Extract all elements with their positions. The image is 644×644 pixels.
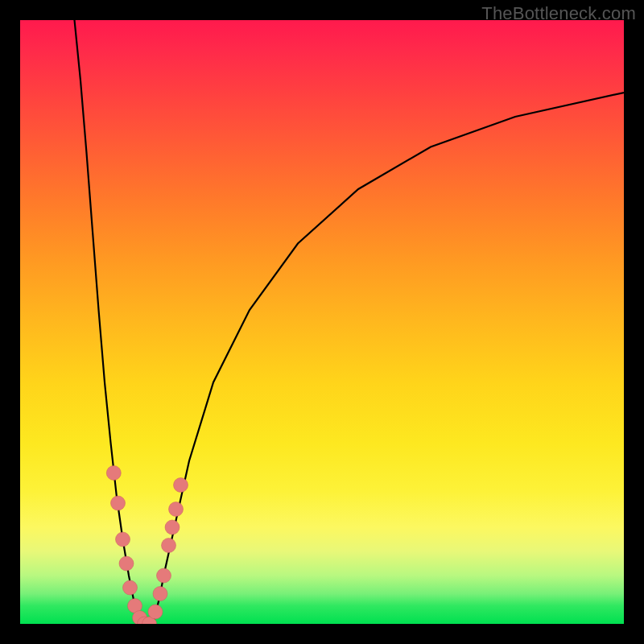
data-marker bbox=[148, 605, 163, 619]
data-marker bbox=[162, 539, 176, 553]
data-marker bbox=[174, 478, 188, 493]
data-marker bbox=[123, 580, 138, 595]
curves-layer bbox=[20, 20, 624, 624]
data-marker bbox=[106, 466, 121, 481]
right-bottleneck-curve bbox=[153, 93, 624, 624]
data-marker bbox=[119, 556, 134, 571]
data-marker bbox=[157, 568, 171, 583]
data-marker bbox=[169, 502, 184, 517]
data-marker bbox=[165, 520, 180, 535]
plot-area bbox=[20, 20, 624, 624]
data-marker bbox=[111, 496, 126, 510]
left-bottleneck-curve bbox=[75, 20, 142, 624]
data-marker bbox=[116, 532, 130, 547]
marker-group bbox=[106, 466, 188, 625]
chart-stage: TheBottleneck.com bbox=[0, 0, 644, 644]
data-marker bbox=[153, 587, 167, 601]
